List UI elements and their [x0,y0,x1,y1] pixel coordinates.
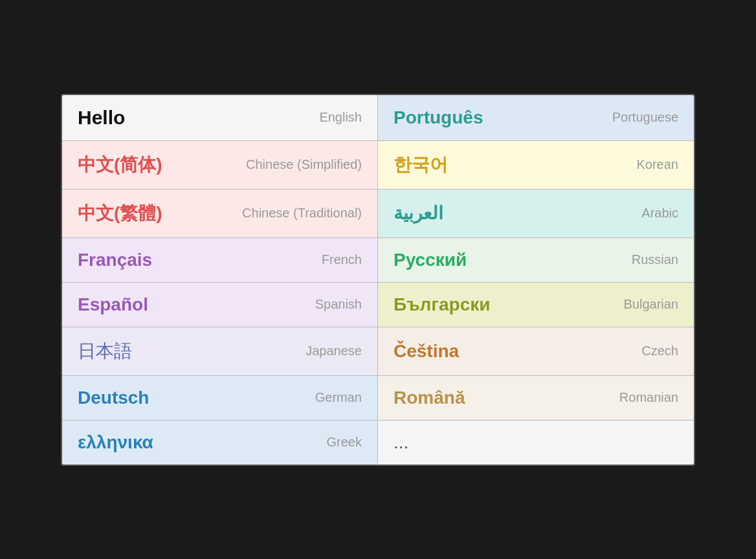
native-label: ελληνικα [78,432,153,453]
language-cell-chinese-simplified[interactable]: 中文(简体) Chinese (Simplified) [62,141,378,189]
language-table: Hello English Português Portuguese 中文(简体… [61,94,695,466]
native-label: العربية [394,203,443,224]
language-cell-bulgarian[interactable]: Български Bulgarian [378,283,694,327]
language-cell-greek[interactable]: ελληνικα Greek [62,421,378,465]
language-cell-spanish[interactable]: Español Spanish [62,283,378,327]
english-label: Japanese [306,344,362,358]
english-label: Romanian [619,390,678,405]
table-row[interactable]: ελληνικα Greek ... [62,421,694,465]
native-label: 中文(简体) [78,153,162,177]
english-label: Chinese (Simplified) [246,157,362,172]
native-label: Português [394,107,483,128]
english-label: Korean [637,157,679,172]
table-row[interactable]: Español Spanish Български Bulgarian [62,283,694,327]
language-cell-english[interactable]: Hello English [62,95,378,140]
native-label: Русский [394,250,467,270]
language-cell-chinese-traditional[interactable]: 中文(繁體) Chinese (Traditional) [62,190,378,237]
language-cell-japanese[interactable]: 日本語 Japanese [62,327,378,375]
table-row[interactable]: Hello English Português Portuguese [62,95,694,141]
native-label: Hello [78,107,125,129]
language-cell-russian[interactable]: Русский Russian [378,238,694,282]
language-cell-more[interactable]: ... [378,421,694,465]
native-label: Français [78,250,152,270]
table-row[interactable]: Deutsch German Română Romanian [62,376,694,421]
native-label: Español [78,294,148,315]
language-cell-romanian[interactable]: Română Romanian [378,376,694,420]
table-row[interactable]: 中文(繁體) Chinese (Traditional) العربية Ara… [62,190,694,238]
language-cell-german[interactable]: Deutsch German [62,376,378,420]
native-label: 日本語 [78,339,132,364]
english-label: Greek [327,435,362,450]
english-label: Spanish [315,297,362,312]
english-label: French [322,252,362,267]
native-label: 中文(繁體) [78,201,162,226]
english-label: Portuguese [612,110,678,125]
english-label: German [315,390,362,405]
native-label: 한국어 [394,153,448,177]
english-label: Chinese (Traditional) [242,206,362,221]
native-label: Deutsch [78,388,149,408]
native-label: Română [394,388,465,408]
english-label: Bulgarian [623,297,678,312]
language-cell-korean[interactable]: 한국어 Korean [378,141,694,189]
language-cell-czech[interactable]: Čeština Czech [378,327,694,375]
english-label: Czech [641,344,678,358]
native-label: Български [394,294,490,315]
table-row[interactable]: 日本語 Japanese Čeština Czech [62,327,694,376]
language-cell-french[interactable]: Français French [62,238,378,282]
table-row[interactable]: Français French Русский Russian [62,238,694,283]
english-label: English [319,110,362,125]
language-cell-portuguese[interactable]: Português Portuguese [378,95,694,140]
language-cell-arabic[interactable]: العربية Arabic [378,190,694,237]
table-row[interactable]: 中文(简体) Chinese (Simplified) 한국어 Korean [62,141,694,190]
english-label: Russian [632,252,678,267]
english-label: Arabic [641,206,678,221]
native-label: ... [394,432,408,453]
native-label: Čeština [394,341,459,362]
